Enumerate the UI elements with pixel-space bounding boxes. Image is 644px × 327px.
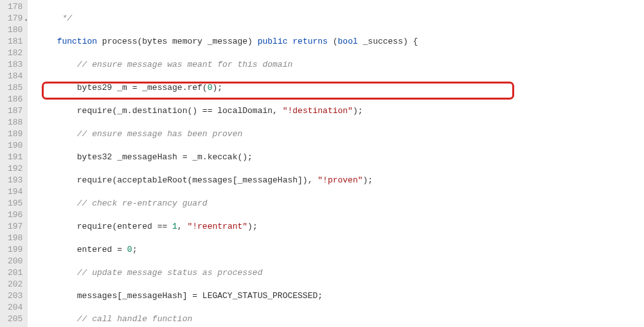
line-number-gutter: 178179▾180181182183184185186187188189190… [0,0,28,327]
line-number: 185 [8,82,22,94]
comment: // ensure message has been proven [37,129,242,139]
line-number: 203 [8,290,22,302]
code-line: */ [37,13,644,24]
comment: // call handle function [37,314,192,324]
line-number: 191 [8,152,22,163]
code-line: // call handle function [37,314,644,325]
line-number: 183 [8,59,22,71]
code-line: // ensure message was meant for this dom… [37,59,644,71]
string: "!destination" [283,106,353,116]
keyword: returns [292,37,328,46]
code-line: bytes29 _m = _message.ref(0); [37,82,644,94]
line-number: 186 [8,94,22,105]
code-line: // check re-entrancy guard [37,198,644,209]
line-number: 197 [8,221,22,233]
keyword: function [57,37,97,46]
line-number: 179▾ [8,13,22,24]
string: "!proven" [318,175,362,185]
code-line: bytes32 _messageHash = _m.keccak(); [37,152,644,163]
code-line: // ensure message has been proven [37,128,644,140]
number: 1 [172,222,177,231]
line-number: 187 [8,105,22,117]
line-number: 196 [8,209,22,221]
line-number: 188 [8,117,22,128]
code-line: function process(bytes memory _message) … [37,36,644,48]
keyword: bool [338,37,358,46]
line-number: 190 [8,140,22,152]
line-number: 195 [8,198,22,209]
code-line: require(acceptableRoot(messages[_message… [37,175,644,186]
code-line: require(_m.destination() == localDomain,… [37,105,644,117]
line-number: 181 [8,36,22,48]
line-number: 193 [8,175,22,186]
line-number: 178 [8,1,22,13]
line-number: 198 [8,233,22,244]
code-line: // update message status as processed [37,267,644,279]
line-number: 205 [8,314,22,325]
line-number: 180 [8,24,22,36]
line-number: 192 [8,163,22,175]
code-line: entered = 0; [37,244,644,256]
line-number: 194 [8,186,22,198]
comment: // ensure message was meant for this dom… [37,60,292,69]
string: "!reentrant" [187,222,247,231]
comment: // update message status as processed [37,268,262,278]
line-number: 200 [8,256,22,267]
code-area[interactable]: */ function process(bytes memory _messag… [28,0,644,327]
keyword: public [258,37,288,46]
line-number: 204 [8,302,22,314]
line-number: 182 [8,48,22,59]
line-number: 201 [8,267,22,279]
number: 0 [127,245,132,254]
line-number: 189 [8,128,22,140]
line-number: 202 [8,279,22,290]
comment: */ [37,13,72,23]
comment: // check re-entrancy guard [37,199,207,208]
line-number: 184 [8,71,22,82]
line-number: 199 [8,244,22,256]
code-line: require(entered == 1, "!reentrant"); [37,221,644,233]
code-line: messages[_messageHash] = LEGACY_STATUS_P… [37,290,644,302]
